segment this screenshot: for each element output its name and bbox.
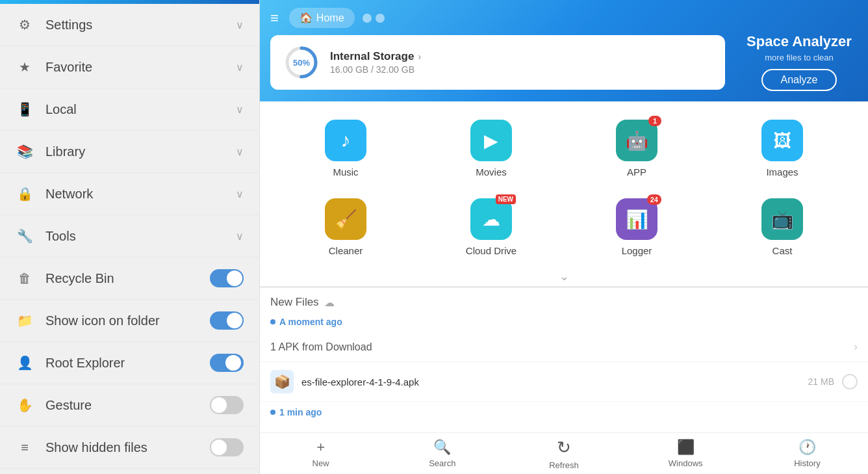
sidebar-item-recycle-bin[interactable]: 🗑 Recycle Bin xyxy=(0,257,259,300)
sidebar-label-network: Network xyxy=(45,187,236,202)
file-group-header-1[interactable]: 1 APK from Download › xyxy=(260,332,868,362)
sidebar-item-root-explorer[interactable]: 👤 Root Explorer xyxy=(0,342,259,384)
app-images[interactable]: 🖼 Images xyxy=(743,114,821,183)
sidebar-item-settings[interactable]: ⚙ Settings ∨ xyxy=(0,4,259,46)
file-group-name-1: 1 APK from Download xyxy=(270,341,372,353)
nav-search[interactable]: 🔍 Search xyxy=(381,433,503,474)
space-analyzer: Space Analyzer more files to clean Analy… xyxy=(741,33,858,91)
app-cast-label: Cast xyxy=(772,245,793,256)
sidebar-label-favorite: Favorite xyxy=(45,60,236,75)
sidebar-label-settings: Settings xyxy=(45,18,236,33)
sidebar-label-gesture: Gesture xyxy=(45,398,210,413)
chevron-down-icon: ∨ xyxy=(236,19,244,31)
music-icon: ♪ xyxy=(325,120,366,161)
file-size-1: 21 MB xyxy=(808,376,834,387)
app-grid-section: ♪ Music ▶ Movies 🤖 1 APP 🖼 xyxy=(260,101,868,286)
sidebar-item-gesture[interactable]: ✋ Gesture xyxy=(0,384,259,427)
app-badge: 1 xyxy=(648,116,661,126)
app-grid-row2: 🧹 Cleaner ☁ NEW Cloud Drive 📊 24 Logger xyxy=(260,188,868,267)
sidebar-label-show-icon-on-folder: Show icon on folder xyxy=(45,313,210,328)
new-files-title: New Files xyxy=(270,296,319,309)
nav-new-label: New xyxy=(313,458,329,468)
toggle-knob xyxy=(227,270,242,286)
home-button[interactable]: 🏠 Home xyxy=(289,8,355,28)
show-icon-folder-icon: 📁 xyxy=(16,311,34,330)
sidebar-item-show-hidden-files[interactable]: ≡ Show hidden files xyxy=(0,427,259,469)
new-files-section: New Files ☁ A moment ago 1 APK from Down… xyxy=(260,287,868,432)
nav-history[interactable]: 🕐 History xyxy=(747,433,868,474)
gesture-toggle[interactable] xyxy=(210,396,244,414)
history-icon: 🕐 xyxy=(798,439,816,456)
toggle-knob-2 xyxy=(227,313,242,328)
app-movies[interactable]: ▶ Movies xyxy=(452,114,530,183)
gesture-icon: ✋ xyxy=(16,396,34,414)
file-select-checkbox-1[interactable] xyxy=(842,374,858,389)
space-analyzer-subtitle: more files to clean xyxy=(741,53,858,62)
search-icon: 🔍 xyxy=(433,439,451,456)
recycle-bin-toggle[interactable] xyxy=(210,269,244,287)
storage-card[interactable]: 50% Internal Storage › 16.00 GB / 32.00 … xyxy=(270,35,725,90)
storage-name: Internal Storage › xyxy=(330,50,712,63)
app-app-icon: 🤖 1 xyxy=(616,120,657,161)
sidebar-item-local[interactable]: 📱 Local ∨ xyxy=(0,88,259,131)
recycle-bin-icon: 🗑 xyxy=(16,269,34,287)
sidebar-label-root-explorer: Root Explorer xyxy=(45,356,210,371)
storage-percent: 50% xyxy=(293,57,310,67)
cloud-drive-icon: ☁ NEW xyxy=(470,198,512,240)
settings-icon: ⚙ xyxy=(16,16,34,34)
app-images-label: Images xyxy=(766,166,798,178)
nav-windows[interactable]: ⬛ Windows xyxy=(625,433,747,474)
app-music[interactable]: ♪ Music xyxy=(307,114,385,183)
sidebar-item-network[interactable]: 🔒 Network ∨ xyxy=(0,173,259,215)
sidebar-item-favorite[interactable]: ★ Favorite ∨ xyxy=(0,46,259,88)
toggle-knob-4 xyxy=(211,397,227,413)
app-cleaner-label: Cleaner xyxy=(329,245,363,256)
sidebar-label-recycle-bin: Recycle Bin xyxy=(45,271,210,286)
movies-icon: ▶ xyxy=(470,120,512,161)
sidebar-item-library[interactable]: 📚 Library ∨ xyxy=(0,131,259,173)
chevron-down-icon-network: ∨ xyxy=(236,188,244,200)
local-icon: 📱 xyxy=(16,100,34,118)
root-explorer-toggle[interactable] xyxy=(210,354,244,372)
storage-section: 50% Internal Storage › 16.00 GB / 32.00 … xyxy=(260,33,868,101)
app-cloud-drive[interactable]: ☁ NEW Cloud Drive xyxy=(452,193,530,261)
app-logger[interactable]: 📊 24 Logger xyxy=(598,193,676,261)
file-row-1[interactable]: 📦 es-file-explorer-4-1-9-4.apk 21 MB xyxy=(260,362,868,402)
storage-size: 16.00 GB / 32.00 GB xyxy=(330,64,712,75)
time-group-1: A moment ago xyxy=(260,314,868,330)
favorite-icon: ★ xyxy=(16,58,34,76)
analyze-button[interactable]: Analyze xyxy=(761,69,837,91)
nav-history-label: History xyxy=(794,458,820,468)
show-icon-on-folder-toggle[interactable] xyxy=(210,311,244,330)
nav-refresh[interactable]: ↻ Refresh xyxy=(503,433,624,474)
app-cleaner[interactable]: 🧹 Cleaner xyxy=(307,193,385,261)
show-hidden-files-icon: ≡ xyxy=(16,438,34,456)
new-files-cloud-icon: ☁ xyxy=(324,296,335,309)
app-cast[interactable]: 📺 Cast xyxy=(743,193,821,261)
toggle-knob-3 xyxy=(225,355,241,371)
sidebar-item-tools[interactable]: 🔧 Tools ∨ xyxy=(0,215,259,257)
refresh-icon: ↻ xyxy=(557,438,571,458)
header-top: ≡ 🏠 Home xyxy=(260,0,868,33)
file-group-header-2[interactable]: 1 document from Logs › xyxy=(260,423,868,432)
sidebar-label-tools: Tools xyxy=(45,229,236,244)
chevron-right-icon-1: › xyxy=(854,340,858,354)
show-hidden-files-toggle[interactable] xyxy=(210,438,244,456)
app-cloud-drive-label: Cloud Drive xyxy=(466,245,517,256)
app-app-label: APP xyxy=(627,166,646,178)
dot-2 xyxy=(376,14,385,23)
app-app[interactable]: 🤖 1 APP xyxy=(598,114,676,183)
nav-new[interactable]: + New xyxy=(260,433,381,474)
app-music-label: Music xyxy=(333,166,358,178)
app-logger-label: Logger xyxy=(622,245,652,256)
logger-icon: 📊 24 xyxy=(616,198,657,240)
nav-refresh-label: Refresh xyxy=(549,460,579,470)
dot-1 xyxy=(363,14,372,23)
main-content: ≡ 🏠 Home 50% xyxy=(260,0,868,474)
logger-badge: 24 xyxy=(647,194,661,205)
hamburger-button[interactable]: ≡ xyxy=(270,10,279,27)
cloud-drive-badge: NEW xyxy=(496,194,516,204)
chevron-down-icon-favorite: ∨ xyxy=(236,61,244,73)
sidebar-item-show-icon-on-folder[interactable]: 📁 Show icon on folder xyxy=(0,300,259,342)
cast-icon: 📺 xyxy=(761,198,803,240)
